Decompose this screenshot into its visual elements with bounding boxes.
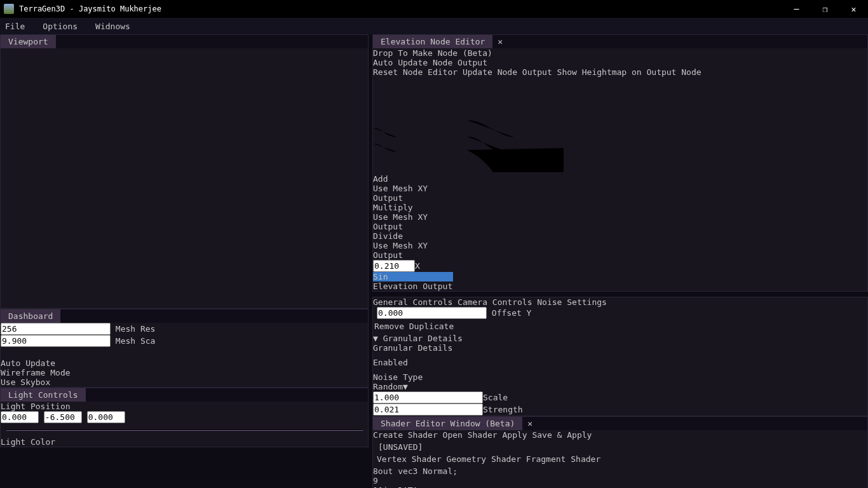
- drop-node-toggle[interactable]: Drop To Make Node (Beta): [373, 48, 867, 58]
- light-pos-x[interactable]: [1, 411, 39, 423]
- wireframe-label: Wireframe Mode: [1, 368, 71, 377]
- open-shader-button[interactable]: Open Shader: [443, 430, 498, 440]
- menu-windows[interactable]: Widnows: [95, 22, 130, 31]
- auto-update-label: Auto Update: [1, 358, 55, 368]
- divide-value-input[interactable]: [373, 260, 415, 272]
- node-add-title[interactable]: Add: [373, 174, 443, 184]
- granular-details-collapser[interactable]: ▼ Granular Details: [373, 334, 867, 343]
- menubar: File Options Widnows: [0, 18, 868, 34]
- remove-button[interactable]: Remove: [374, 322, 404, 331]
- mesh-res-label: Mesh Res: [116, 324, 156, 334]
- dashboard-tab[interactable]: Dashboard: [1, 309, 60, 323]
- app-icon: [4, 4, 14, 14]
- mesh-sca-input[interactable]: [1, 335, 111, 347]
- noise-type-dropdown[interactable]: Random▼: [373, 382, 867, 391]
- node-divide-title[interactable]: Divide: [373, 231, 456, 241]
- tab-geometry-shader[interactable]: Geometry Shader: [447, 454, 521, 464]
- tab-fragment-shader[interactable]: Fragment Shader: [526, 454, 600, 464]
- node-multiply-title[interactable]: Multiply: [373, 203, 445, 212]
- node-multiply[interactable]: Multiply Use Mesh XY Output: [373, 203, 445, 231]
- light-pos-y[interactable]: [44, 411, 82, 423]
- light-controls-tab[interactable]: Light Controls: [1, 388, 86, 402]
- shader-editor-panel: Shader Editor Window (Beta) ✕ Create Sha…: [372, 416, 868, 488]
- tab-camera-controls[interactable]: Camera Controls: [458, 297, 532, 307]
- menu-file[interactable]: File: [5, 22, 25, 31]
- auto-update-toggle[interactable]: Auto Update: [1, 358, 368, 368]
- node-add[interactable]: Add Use Mesh XY Output: [373, 174, 443, 203]
- scale-input[interactable]: [373, 391, 483, 403]
- tab-general-controls[interactable]: General Controls: [373, 297, 452, 307]
- node-editor-panel: Elevation Node Editor ✕ Drop To Make Nod…: [372, 34, 868, 292]
- auto-update-node-toggle[interactable]: Auto Update Node Output: [373, 58, 867, 67]
- wireframe-toggle[interactable]: Wireframe Mode: [1, 368, 368, 377]
- reset-node-editor-button[interactable]: Reset Node Editor: [373, 67, 458, 77]
- close-icon[interactable]: ✕: [527, 419, 532, 428]
- node-canvas[interactable]: Add Use Mesh XY Output Multiply Use Mesh…: [373, 77, 867, 291]
- mesh-res-input[interactable]: [1, 323, 111, 335]
- mesh-sca-label: Mesh Sca: [116, 336, 156, 346]
- show-heightmap-button[interactable]: Show Heightmap on Output Node: [557, 67, 702, 77]
- shader-editor-tab[interactable]: Shader Editor Window (Beta): [373, 417, 522, 430]
- enabled-toggle[interactable]: Enabled: [373, 358, 867, 367]
- chevron-down-icon: ▼: [403, 382, 408, 391]
- node-elevation-output[interactable]: Elevation Output: [373, 281, 454, 291]
- viewport-tab[interactable]: Viewport: [1, 35, 56, 48]
- node-sin[interactable]: Sin: [373, 272, 453, 281]
- shader-status: [UNSAVED]: [378, 442, 862, 452]
- offset-y-input[interactable]: [377, 307, 487, 319]
- tab-vertex-shader[interactable]: Vertex Shader: [377, 454, 442, 464]
- update-node-output-button[interactable]: Update Node Output: [463, 67, 552, 77]
- general-controls-panel: General Controls Camera Controls Noise S…: [372, 297, 868, 416]
- node-divide[interactable]: Divide Use Mesh XY Output X: [373, 231, 456, 272]
- titlebar: TerraGen3D - Jaysmito Mukherjee ─ ❐ ✕: [0, 0, 868, 18]
- skybox-toggle[interactable]: Use Skybox: [1, 377, 368, 387]
- granular-details-label: Granular Details: [373, 343, 867, 353]
- code-editor[interactable]: 8out vec3 Normal; 9 10in DATA 11{ 12····…: [373, 466, 867, 488]
- menu-options[interactable]: Options: [43, 22, 78, 31]
- light-color-label: Light Color: [1, 437, 368, 447]
- node-sin-title[interactable]: Sin: [373, 272, 453, 281]
- tab-noise-settings[interactable]: Noise Settings: [537, 297, 607, 307]
- close-icon[interactable]: ✕: [498, 37, 503, 46]
- light-position-label: Light Position: [1, 402, 368, 411]
- save-apply-button[interactable]: Save & Apply: [532, 430, 592, 440]
- maximize-button[interactable]: ❐: [811, 0, 839, 18]
- apply-button[interactable]: Apply: [503, 430, 527, 440]
- viewport-3d[interactable]: [7, 60, 358, 304]
- strength-input[interactable]: [373, 403, 483, 416]
- duplicate-button[interactable]: Duplicate: [409, 322, 454, 331]
- viewport-panel: Viewport: [0, 34, 369, 309]
- offset-y-label: Offset Y: [492, 308, 532, 318]
- dashboard-panel: Dashboard Mesh Res Mesh Sca Auto Update: [0, 309, 369, 388]
- window-title: TerraGen3D - Jaysmito Mukherjee: [19, 4, 161, 13]
- light-controls-panel: Light Controls Light Position Light Colo…: [0, 388, 369, 447]
- close-button[interactable]: ✕: [839, 0, 868, 18]
- node-editor-tab[interactable]: Elevation Node Editor: [373, 35, 492, 48]
- noise-type-label: Noise Type: [373, 372, 867, 382]
- light-pos-z[interactable]: [87, 411, 125, 423]
- node-elev-title[interactable]: Elevation Output: [373, 281, 454, 291]
- skybox-label: Use Skybox: [1, 377, 50, 387]
- create-shader-button[interactable]: Create Shader: [373, 430, 438, 440]
- minimize-button[interactable]: ─: [782, 0, 811, 18]
